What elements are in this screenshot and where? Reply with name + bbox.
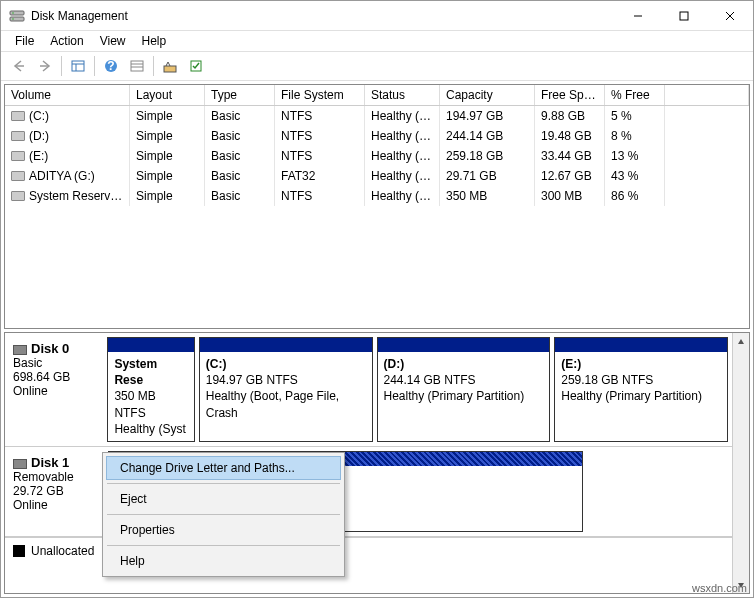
disk-info[interactable]: Disk 0Basic698.64 GBOnline <box>9 337 103 442</box>
scroll-up-icon[interactable] <box>733 333 749 350</box>
volume-cell: Simple <box>130 146 205 166</box>
partition[interactable]: System Rese350 MB NTFSHealthy (Syst <box>107 337 194 442</box>
window-controls <box>615 1 753 30</box>
volume-cell: Basic <box>205 166 275 186</box>
list-view-button[interactable] <box>125 54 149 78</box>
menu-file[interactable]: File <box>7 32 42 50</box>
partition-body: (E:)259.18 GB NTFSHealthy (Primary Parti… <box>555 352 727 441</box>
svg-rect-0 <box>10 11 24 15</box>
volume-cell: 259.18 GB <box>440 146 535 166</box>
svg-rect-18 <box>164 66 176 72</box>
minimize-button[interactable] <box>615 1 661 30</box>
col-volume[interactable]: Volume <box>5 85 130 105</box>
forward-button[interactable] <box>33 54 57 78</box>
volume-cell: 300 MB <box>535 186 605 206</box>
volume-cell: Healthy (B... <box>365 106 440 126</box>
partition[interactable]: (C:)194.97 GB NTFSHealthy (Boot, Page Fi… <box>199 337 373 442</box>
svg-rect-15 <box>131 61 143 71</box>
help-button[interactable]: ? <box>99 54 123 78</box>
volume-cell: FAT32 <box>275 166 365 186</box>
volume-cell: 12.67 GB <box>535 166 605 186</box>
ctx-change-drive-letter[interactable]: Change Drive Letter and Paths... <box>106 456 341 480</box>
volume-cell: NTFS <box>275 186 365 206</box>
disk-icon <box>13 459 27 469</box>
volume-cell: Healthy (P... <box>365 166 440 186</box>
col-spacer <box>665 85 749 105</box>
volume-cell: Basic <box>205 186 275 206</box>
svg-rect-5 <box>680 12 688 20</box>
disk-icon <box>13 345 27 355</box>
col-status[interactable]: Status <box>365 85 440 105</box>
col-capacity[interactable]: Capacity <box>440 85 535 105</box>
partition-bar <box>200 338 372 352</box>
volume-cell: (E:) <box>5 146 130 166</box>
ctx-help[interactable]: Help <box>106 549 341 573</box>
volume-list-rows: (C:)SimpleBasicNTFSHealthy (B...194.97 G… <box>5 106 749 328</box>
drive-icon <box>11 111 25 121</box>
volume-cell: Simple <box>130 166 205 186</box>
volume-cell: Healthy (P... <box>365 146 440 166</box>
volume-cell: 13 % <box>605 146 665 166</box>
context-menu: Change Drive Letter and Paths... Eject P… <box>102 452 345 577</box>
settings-button[interactable] <box>158 54 182 78</box>
refresh-button[interactable] <box>184 54 208 78</box>
volume-cell: 194.97 GB <box>440 106 535 126</box>
volume-cell: Simple <box>130 126 205 146</box>
close-button[interactable] <box>707 1 753 30</box>
drive-icon <box>11 191 25 201</box>
volume-cell: 43 % <box>605 166 665 186</box>
disk-row: Disk 0Basic698.64 GBOnlineSystem Rese350… <box>5 333 732 447</box>
window-title: Disk Management <box>31 9 615 23</box>
volume-row[interactable]: System ReservedSimpleBasicNTFSHealthy (S… <box>5 186 749 206</box>
menu-bar: File Action View Help <box>1 31 753 51</box>
svg-point-2 <box>12 12 14 14</box>
volume-row[interactable]: (E:)SimpleBasicNTFSHealthy (P...259.18 G… <box>5 146 749 166</box>
menu-view[interactable]: View <box>92 32 134 50</box>
volume-row[interactable]: (C:)SimpleBasicNTFSHealthy (B...194.97 G… <box>5 106 749 126</box>
toolbar: ? <box>1 51 753 81</box>
app-icon <box>9 8 25 24</box>
ctx-properties[interactable]: Properties <box>106 518 341 542</box>
volume-cell: Basic <box>205 146 275 166</box>
back-button[interactable] <box>7 54 31 78</box>
volume-cell: Healthy (S... <box>365 186 440 206</box>
legend-swatch-unallocated <box>13 545 25 557</box>
ctx-eject[interactable]: Eject <box>106 487 341 511</box>
ctx-separator <box>107 545 340 546</box>
volume-cell: (C:) <box>5 106 130 126</box>
volume-cell: 350 MB <box>440 186 535 206</box>
volume-cell: 8 % <box>605 126 665 146</box>
partition[interactable]: (D:)244.14 GB NTFSHealthy (Primary Parti… <box>377 337 551 442</box>
volume-cell: 9.88 GB <box>535 106 605 126</box>
col-freespace[interactable]: Free Spa... <box>535 85 605 105</box>
maximize-button[interactable] <box>661 1 707 30</box>
volume-list: Volume Layout Type File System Status Ca… <box>4 84 750 329</box>
volume-cell: (D:) <box>5 126 130 146</box>
col-type[interactable]: Type <box>205 85 275 105</box>
volume-row[interactable]: (D:)SimpleBasicNTFSHealthy (P...244.14 G… <box>5 126 749 146</box>
svg-rect-10 <box>72 61 84 71</box>
partition-bar <box>378 338 550 352</box>
view-button[interactable] <box>66 54 90 78</box>
partition-body: System Rese350 MB NTFSHealthy (Syst <box>108 352 193 441</box>
volume-cell: 244.14 GB <box>440 126 535 146</box>
ctx-separator <box>107 514 340 515</box>
volume-cell: Simple <box>130 106 205 126</box>
volume-cell: 86 % <box>605 186 665 206</box>
volume-cell: NTFS <box>275 106 365 126</box>
partition[interactable]: (E:)259.18 GB NTFSHealthy (Primary Parti… <box>554 337 728 442</box>
col-filesystem[interactable]: File System <box>275 85 365 105</box>
volume-cell: 33.44 GB <box>535 146 605 166</box>
menu-action[interactable]: Action <box>42 32 91 50</box>
graph-scrollbar[interactable] <box>732 333 749 593</box>
menu-help[interactable]: Help <box>134 32 175 50</box>
volume-cell: 19.48 GB <box>535 126 605 146</box>
col-layout[interactable]: Layout <box>130 85 205 105</box>
volume-cell: Healthy (P... <box>365 126 440 146</box>
disk-info[interactable]: Disk 1Removable29.72 GBOnline <box>9 451 104 532</box>
col-pctfree[interactable]: % Free <box>605 85 665 105</box>
drive-icon <box>11 131 25 141</box>
volume-cell: NTFS <box>275 126 365 146</box>
volume-cell: 5 % <box>605 106 665 126</box>
volume-row[interactable]: ADITYA (G:)SimpleBasicFAT32Healthy (P...… <box>5 166 749 186</box>
